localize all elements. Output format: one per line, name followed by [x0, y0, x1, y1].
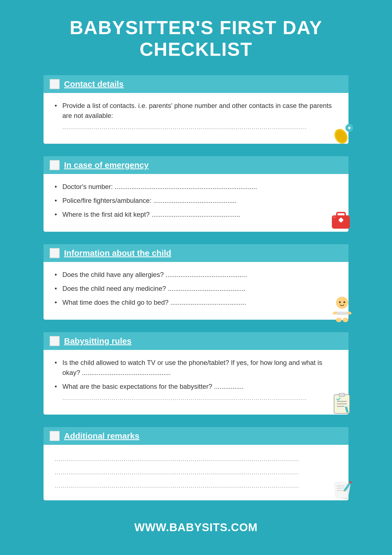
- section-checkbox[interactable]: [50, 160, 60, 170]
- svg-rect-24: [337, 403, 347, 404]
- section-checkbox[interactable]: [50, 79, 60, 89]
- section-card: Information about the child Does the chi…: [44, 244, 348, 320]
- section-content: Doctor's number: .......................…: [44, 182, 348, 220]
- remarks-line-2: ........................................…: [55, 469, 337, 476]
- list-item: Provide a list of contacts. i.e. parents…: [55, 101, 337, 132]
- firstaid-icon-container: [329, 208, 354, 234]
- baby-icon: [330, 295, 354, 323]
- svg-point-11: [339, 301, 341, 303]
- svg-rect-25: [337, 406, 345, 407]
- remarks-line-1: ........................................…: [55, 455, 337, 463]
- section-content: Does the child have any allergies? .....…: [44, 270, 348, 307]
- section-title: Additional remarks: [64, 431, 139, 441]
- firstaid-icon: [329, 208, 354, 233]
- section-header: Information about the child: [44, 244, 348, 262]
- notes-icon-container: [332, 478, 354, 504]
- section-card: Additional remarks .....................…: [44, 427, 348, 500]
- section-content: ........................................…: [44, 453, 348, 492]
- section-content: Provide a list of contacts. i.e. parents…: [44, 101, 348, 132]
- page-title: BABYSITTER'S FIRST DAY CHECKLIST: [70, 17, 322, 60]
- section-child-info: Information about the child Does the chi…: [44, 244, 348, 320]
- section-emergency: In case of emergency Doctor's number: ..…: [44, 156, 348, 232]
- phone-icon: [330, 122, 355, 147]
- svg-point-17: [336, 318, 342, 322]
- bullet-list: Does the child have any allergies? .....…: [55, 270, 337, 307]
- section-checkbox[interactable]: [50, 431, 60, 441]
- section-title: Babysitting rules: [64, 336, 131, 346]
- list-item: Police/fire fighters/ambulance: ........…: [55, 196, 337, 206]
- bullet-list: Doctor's number: .......................…: [55, 182, 337, 220]
- section-checkbox[interactable]: [50, 336, 60, 346]
- clipboard-icon-container: [332, 391, 354, 417]
- section-header: Additional remarks: [44, 427, 348, 445]
- svg-rect-9: [333, 217, 335, 218]
- svg-rect-23: [337, 401, 347, 402]
- section-card: Contact details Provide a list of contac…: [44, 75, 348, 144]
- list-item: What time does the child go to bed? ....…: [55, 297, 337, 307]
- section-header: Contact details: [44, 75, 348, 93]
- svg-point-10: [336, 297, 348, 309]
- list-item: Is the child allowed to watch TV or use …: [55, 358, 337, 378]
- phone-icon-container: [330, 122, 355, 148]
- svg-point-12: [343, 301, 345, 303]
- clipboard-icon: [332, 391, 354, 416]
- svg-rect-14: [336, 312, 348, 315]
- baby-icon-container: [330, 295, 354, 324]
- section-content: Is the child allowed to watch TV or use …: [44, 358, 348, 402]
- section-title: Contact details: [64, 79, 124, 89]
- bullet-list: Is the child allowed to watch TV or use …: [55, 358, 337, 402]
- list-item: Does the child have any allergies? .....…: [55, 270, 337, 280]
- footer-url: WWW.BABYSITS.COM: [134, 521, 258, 534]
- section-checkbox[interactable]: [50, 248, 60, 258]
- section-contact-details: Contact details Provide a list of contac…: [44, 75, 348, 144]
- svg-rect-22: [340, 393, 344, 396]
- list-item: What are the basic expectations for the …: [55, 382, 337, 402]
- remarks-line-3: ........................................…: [55, 482, 337, 489]
- list-item: Doctor's number: .......................…: [55, 182, 337, 192]
- list-item: Where is the first aid kit kept? .......…: [55, 210, 337, 220]
- section-additional-remarks: Additional remarks .....................…: [44, 427, 348, 500]
- svg-rect-8: [340, 218, 342, 222]
- svg-rect-6: [337, 213, 345, 216]
- section-babysitting-rules: Babysitting rules Is the child allowed t…: [44, 332, 348, 415]
- section-title: Information about the child: [64, 248, 171, 258]
- section-title: In case of emergency: [64, 160, 149, 170]
- section-header: Babysitting rules: [44, 332, 348, 350]
- bullet-list: Provide a list of contacts. i.e. parents…: [55, 101, 337, 132]
- svg-rect-4: [349, 127, 350, 129]
- section-card: Babysitting rules Is the child allowed t…: [44, 332, 348, 415]
- svg-point-18: [343, 318, 348, 322]
- section-header: In case of emergency: [44, 156, 348, 174]
- section-card: In case of emergency Doctor's number: ..…: [44, 156, 348, 232]
- list-item: Does the child need any medicine? ......…: [55, 284, 337, 294]
- remarks-lines: ........................................…: [55, 453, 337, 492]
- notes-icon: [332, 478, 354, 503]
